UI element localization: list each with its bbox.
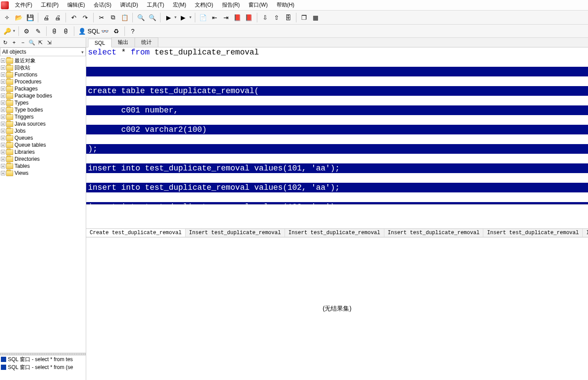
tree-item[interactable]: +Libraries	[0, 148, 86, 156]
expand-icon[interactable]: +	[1, 80, 5, 84]
indent-icon[interactable]: ⇤	[209, 12, 220, 23]
menu-item[interactable]: 文件(F)	[11, 1, 37, 9]
menu-item[interactable]: 帮助(H)	[272, 1, 299, 9]
expand-icon[interactable]: +	[1, 72, 5, 77]
tree-item[interactable]: +Procedures	[0, 78, 86, 85]
expand-icon[interactable]: +	[1, 87, 5, 91]
expand-icon[interactable]: +	[1, 108, 5, 112]
sidebar-tool-button[interactable]: ⇲	[46, 39, 53, 46]
menu-item[interactable]: 宏(M)	[168, 1, 190, 9]
cyl2-icon[interactable]: 🛢	[61, 26, 71, 36]
print-preview-icon[interactable]: 🖨	[52, 12, 63, 23]
tree-item[interactable]: +Jobs	[0, 127, 86, 134]
paste-icon[interactable]: 📋	[119, 12, 130, 23]
expand-icon[interactable]: +	[1, 65, 5, 70]
tree-item[interactable]: +Directories	[0, 156, 86, 163]
menu-item[interactable]: 工具(T)	[142, 1, 168, 9]
menu-item[interactable]: 报告(R)	[218, 1, 245, 9]
menu-item[interactable]: 工程(P)	[37, 1, 63, 9]
expand-icon[interactable]: +	[1, 101, 5, 105]
sidebar-tool-button[interactable]: +	[11, 39, 18, 46]
cyl1-icon[interactable]: 🛢	[49, 26, 60, 36]
tree-item[interactable]: +Queues	[0, 134, 86, 141]
tree-item[interactable]: +Triggers	[0, 113, 86, 120]
expand-icon[interactable]: +	[1, 122, 5, 126]
rollback-icon[interactable]: ⇧	[271, 12, 282, 23]
expand-icon[interactable]: +	[1, 58, 5, 63]
object-filter-dropdown[interactable]: All objects	[0, 47, 86, 56]
find-replace-icon[interactable]: 🔍	[147, 12, 157, 23]
wand-icon[interactable]: ✎	[33, 26, 44, 36]
expand-icon[interactable]: +	[1, 171, 5, 175]
menu-item[interactable]: 文档(O)	[190, 1, 217, 9]
find-icon[interactable]: 🔍	[135, 12, 146, 23]
grid-icon[interactable]: ▦	[310, 12, 321, 23]
binoculars-icon[interactable]: 👓	[100, 26, 110, 36]
tree-item[interactable]: +Views	[0, 170, 86, 177]
expand-icon[interactable]: +	[1, 157, 5, 161]
open-icon[interactable]: 📂	[13, 12, 24, 23]
print-icon[interactable]: 🖨	[41, 12, 51, 23]
commit-icon[interactable]: ⇩	[260, 12, 270, 23]
book-red-icon[interactable]: 📕	[232, 12, 243, 23]
db-icon[interactable]: 🗄	[283, 12, 293, 23]
sql-editor[interactable]: select * from test_duplicate_removal cre…	[86, 47, 588, 205]
result-tab[interactable]: Insert test_duplicate_removal	[186, 229, 285, 237]
menu-item[interactable]: 窗口(W)	[244, 1, 272, 9]
key-icon[interactable]: 🔑	[2, 26, 12, 36]
sidebar-tool-button[interactable]: −	[19, 39, 26, 46]
result-tab[interactable]: Insert test_duplicate_removal	[583, 229, 588, 237]
execute-icon[interactable]: ▶	[163, 12, 174, 23]
tree-item[interactable]: +Queue tables	[0, 141, 86, 148]
sidebar-tool-button[interactable]: ↻	[2, 39, 9, 46]
menu-item[interactable]: 编辑(E)	[63, 1, 89, 9]
dropdown-arrow-icon[interactable]: ▼	[174, 15, 177, 19]
redo-icon[interactable]: ↷	[80, 12, 91, 23]
editor-tab[interactable]: 输出	[111, 37, 135, 47]
expand-icon[interactable]: +	[1, 164, 5, 168]
tree-item[interactable]: +Types	[0, 99, 86, 106]
windows-icon[interactable]: ❐	[299, 12, 310, 23]
expand-icon[interactable]: +	[1, 150, 5, 154]
undo-icon[interactable]: ↶	[69, 12, 79, 23]
window-list-item[interactable]: SQL 窗口 - select * from tes	[0, 355, 86, 363]
gear-icon[interactable]: ⚙	[22, 26, 32, 36]
expand-icon[interactable]: +	[1, 143, 5, 147]
new-icon[interactable]: ✧	[2, 12, 12, 23]
sidebar-tool-button[interactable]: 🔍	[28, 39, 35, 46]
expand-icon[interactable]: +	[1, 136, 5, 140]
dropdown-arrow-icon[interactable]: ▼	[189, 15, 192, 19]
user-icon[interactable]: 👤	[77, 26, 88, 36]
refresh-icon[interactable]: ♻	[111, 26, 122, 36]
book-x-icon[interactable]: 📕	[244, 12, 254, 23]
tree-item[interactable]: +最近对象	[0, 57, 86, 64]
expand-icon[interactable]: +	[1, 94, 5, 98]
save-icon[interactable]: 💾	[25, 12, 35, 23]
sidebar-tool-button[interactable]: ⇱	[37, 39, 44, 46]
dropdown-arrow-icon[interactable]: ▼	[12, 29, 16, 33]
cut-icon[interactable]: ✂	[96, 12, 107, 23]
tree-item[interactable]: +回收站	[0, 64, 86, 71]
tree-item[interactable]: +Tables	[0, 163, 86, 170]
expand-icon[interactable]: +	[1, 115, 5, 119]
result-tab[interactable]: Insert test_duplicate_removal	[384, 229, 484, 237]
result-tab[interactable]: Create test_duplicate_removal	[86, 229, 186, 237]
object-tree-scroll[interactable]: +最近对象+回收站+Functions+Procedures+Packages+…	[0, 56, 86, 353]
tree-item[interactable]: +Java sources	[0, 120, 86, 127]
expand-icon[interactable]: +	[1, 129, 5, 133]
menu-item[interactable]: 会话(S)	[89, 1, 116, 9]
editor-tab[interactable]: SQL	[88, 39, 112, 47]
menu-item[interactable]: 调试(D)	[116, 1, 142, 9]
outdent-icon[interactable]: ⇥	[221, 12, 231, 23]
copy-icon[interactable]: ⧉	[108, 12, 118, 23]
editor-tab[interactable]: 统计	[135, 37, 158, 47]
help-icon[interactable]: ?	[128, 26, 138, 36]
tree-item[interactable]: +Packages	[0, 85, 86, 92]
result-tab[interactable]: Insert test_duplicate_removal	[285, 229, 384, 237]
tree-item[interactable]: +Package bodies	[0, 92, 86, 99]
tree-item[interactable]: +Type bodies	[0, 106, 86, 113]
step-icon[interactable]: ▶	[178, 12, 189, 23]
sql-icon[interactable]: SQL	[88, 26, 99, 36]
explain-icon[interactable]: 📄	[198, 12, 208, 23]
tree-item[interactable]: +Functions	[0, 71, 86, 78]
